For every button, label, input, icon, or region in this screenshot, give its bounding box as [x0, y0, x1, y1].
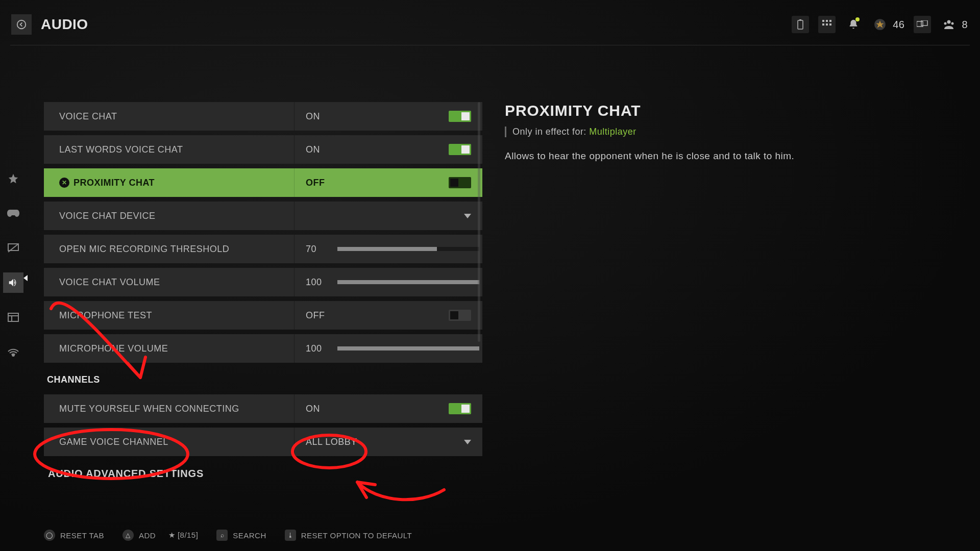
slider[interactable]: [337, 280, 479, 284]
detail-panel: PROXIMITY CHAT Only in effect for: Multi…: [482, 51, 980, 515]
svg-rect-17: [8, 313, 18, 321]
detail-effect-note: Only in effect for: Multiplayer: [505, 127, 954, 137]
battery-icon[interactable]: [792, 16, 809, 33]
setting-value: [295, 214, 482, 218]
setting-row-last-words-voice-chat[interactable]: LAST WORDS VOICE CHATON: [44, 135, 482, 164]
setting-row-open-mic-recording-threshold[interactable]: OPEN MIC RECORDING THRESHOLD70: [44, 235, 482, 263]
setting-label: MICROPHONE TEST: [44, 310, 294, 321]
back-chevron-icon: [16, 19, 27, 30]
notifications-icon[interactable]: [845, 16, 862, 33]
setting-value: OFF: [295, 177, 482, 188]
setting-label: GAME VOICE CHANNEL: [44, 437, 294, 447]
chevron-down-icon: [464, 214, 471, 218]
rank-points: 46: [893, 19, 904, 31]
svg-point-13: [944, 22, 947, 25]
toggle-switch[interactable]: [449, 111, 471, 122]
toggle-switch[interactable]: [449, 310, 471, 321]
toggle-switch[interactable]: [449, 144, 471, 155]
setting-row-voice-chat-device[interactable]: VOICE CHAT DEVICE: [44, 202, 482, 230]
svg-rect-3: [822, 20, 824, 22]
footer-hints: ◯RESET TAB △ADD ★ [8/15] ⌕SEARCH ⭳RESET …: [44, 530, 960, 541]
setting-value: 70: [295, 244, 482, 255]
setting-value: ON: [295, 144, 482, 155]
back-button[interactable]: [11, 14, 32, 35]
setting-row-game-voice-channel[interactable]: GAME VOICE CHANNELALL LOBBY: [44, 428, 482, 456]
rank-icon[interactable]: [871, 16, 889, 33]
apps-icon[interactable]: [818, 16, 836, 33]
svg-rect-1: [798, 20, 803, 29]
setting-row-mute-yourself-when-connecting[interactable]: MUTE YOURSELF WHEN CONNECTINGON: [44, 394, 482, 423]
x-icon: ✕: [59, 178, 69, 188]
page-title: AUDIO: [41, 16, 88, 33]
detail-description: Allows to hear the opponent when he is c…: [505, 148, 954, 163]
setting-row-microphone-test[interactable]: MICROPHONE TESTOFF: [44, 301, 482, 330]
chevron-down-icon: [464, 440, 471, 444]
sidebar-tab-controller[interactable]: [3, 203, 23, 223]
sidebar-tab-display[interactable]: [3, 238, 23, 258]
svg-rect-8: [829, 23, 831, 26]
svg-point-12: [947, 20, 951, 24]
setting-value: OFF: [295, 310, 482, 321]
setting-value: ON: [295, 403, 482, 414]
setting-label: VOICE CHAT DEVICE: [44, 211, 294, 221]
setting-label: VOICE CHAT VOLUME: [44, 277, 294, 288]
toggle-switch[interactable]: [449, 177, 471, 188]
section-header-channels: CHANNELS: [44, 367, 482, 394]
setting-row-voice-chat-volume[interactable]: VOICE CHAT VOLUME100: [44, 268, 482, 296]
detail-title: PROXIMITY CHAT: [505, 102, 954, 119]
setting-label: LAST WORDS VOICE CHAT: [44, 144, 294, 155]
sidebar-tab-audio[interactable]: [3, 272, 23, 293]
sidebar-tab-network[interactable]: [3, 342, 23, 362]
setting-label: VOICE CHAT: [44, 111, 294, 122]
setting-row-voice-chat[interactable]: VOICE CHATON: [44, 102, 482, 131]
footer-add[interactable]: △ADD ★ [8/15]: [122, 530, 198, 541]
svg-rect-6: [822, 23, 824, 26]
setting-label: MUTE YOURSELF WHEN CONNECTING: [44, 404, 294, 414]
svg-rect-4: [826, 20, 828, 22]
setting-value: 100: [295, 343, 482, 354]
setting-row-microphone-volume[interactable]: MICROPHONE VOLUME100: [44, 334, 482, 363]
svg-rect-2: [799, 19, 801, 20]
party-icon[interactable]: [940, 16, 958, 33]
setting-label: MICROPHONE VOLUME: [44, 343, 294, 354]
scrollbar[interactable]: [478, 102, 480, 342]
sidebar-tab-favorites[interactable]: [3, 168, 23, 189]
svg-rect-5: [829, 20, 831, 22]
footer-search[interactable]: ⌕SEARCH: [216, 530, 266, 541]
setting-value: 100: [295, 277, 482, 288]
setting-row-proximity-chat[interactable]: ✕PROXIMITY CHATOFF: [44, 168, 482, 197]
footer-reset-tab[interactable]: ◯RESET TAB: [44, 530, 104, 541]
setting-value: ON: [295, 111, 482, 122]
header-divider: [10, 45, 970, 45]
slider[interactable]: [337, 247, 479, 251]
party-count: 8: [962, 19, 968, 31]
setting-label: OPEN MIC RECORDING THRESHOLD: [44, 244, 294, 255]
footer-reset-default[interactable]: ⭳RESET OPTION TO DEFAULT: [285, 530, 412, 541]
setting-value: ALL LOBBY: [295, 437, 482, 447]
setting-label: ✕PROXIMITY CHAT: [44, 178, 294, 188]
slider[interactable]: [337, 346, 479, 350]
screens-icon[interactable]: [914, 16, 931, 33]
sidebar-tab-interface[interactable]: [3, 307, 23, 328]
settings-sidebar: [0, 51, 27, 515]
settings-list: VOICE CHATONLAST WORDS VOICE CHATON✕PROX…: [27, 51, 482, 515]
svg-point-0: [17, 20, 26, 29]
audio-advanced-settings[interactable]: AUDIO ADVANCED SETTINGS: [44, 461, 482, 486]
svg-rect-7: [826, 23, 828, 26]
toggle-switch[interactable]: [449, 403, 471, 414]
header-status-icons: 46 8: [792, 16, 968, 33]
svg-point-14: [951, 22, 954, 25]
header-bar: AUDIO 46 8: [0, 0, 980, 45]
